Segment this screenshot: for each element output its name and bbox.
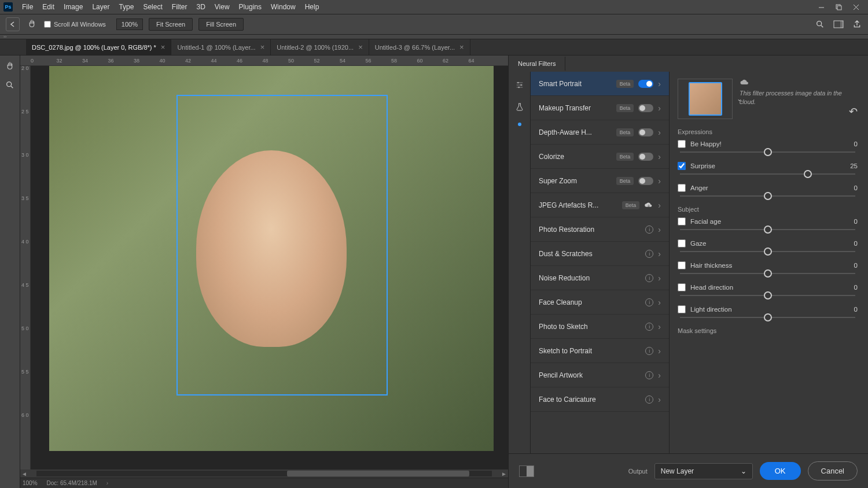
fill-screen-button[interactable]: Fill Screen — [198, 18, 244, 31]
tab-close-icon[interactable]: × — [358, 43, 363, 51]
workspace-icon[interactable] — [833, 19, 844, 29]
tab-close-icon[interactable]: × — [260, 43, 265, 51]
slider-checkbox[interactable] — [678, 261, 686, 269]
document-tab[interactable]: Untitled-2 @ 100% (1920...× — [271, 39, 369, 55]
document-tab[interactable]: DSC_0278.jpg @ 100% (Layer 0, RGB/8*) *× — [26, 39, 171, 55]
slider-checkbox[interactable] — [678, 217, 686, 225]
filter-item[interactable]: Smart PortraitBeta› — [531, 72, 669, 96]
filter-item[interactable]: Pencil Artworki› — [531, 363, 669, 387]
minimize-button[interactable] — [812, 1, 830, 13]
menu-image[interactable]: Image — [59, 1, 87, 13]
info-icon[interactable]: i — [645, 371, 653, 379]
slider-track[interactable] — [680, 273, 855, 274]
reset-icon[interactable]: ↶ — [849, 105, 858, 118]
slider-track[interactable] — [680, 295, 855, 296]
scroll-all-windows-checkbox[interactable]: Scroll All Windows — [44, 21, 106, 28]
menu-help[interactable]: Help — [300, 1, 324, 13]
filter-toggle[interactable] — [638, 104, 653, 112]
hand-tool[interactable] — [2, 59, 17, 74]
slider-checkbox[interactable] — [678, 283, 686, 291]
info-icon[interactable]: i — [645, 274, 653, 282]
slider-thumb[interactable] — [764, 148, 772, 156]
slider-thumb[interactable] — [764, 313, 772, 321]
filter-toggle[interactable] — [638, 177, 653, 185]
menu-window[interactable]: Window — [266, 1, 300, 13]
filter-item[interactable]: Sketch to Portraiti› — [531, 339, 669, 363]
beaker-icon[interactable] — [513, 101, 526, 113]
slider-checkbox[interactable] — [678, 184, 686, 192]
filter-item[interactable]: JPEG Artefacts R...Beta› — [531, 193, 669, 217]
home-back-button[interactable] — [6, 17, 20, 31]
neural-filters-tab[interactable]: Neural Filters — [509, 57, 565, 71]
menu-layer[interactable]: Layer — [87, 1, 114, 13]
filter-item[interactable]: Face Cleanupi› — [531, 290, 669, 315]
horizontal-scrollbar[interactable]: ◄ ► — [20, 469, 508, 478]
slider-track[interactable] — [680, 151, 855, 153]
info-icon[interactable]: i — [645, 298, 653, 306]
slider-track[interactable] — [680, 229, 855, 230]
filter-toggle[interactable] — [638, 80, 653, 88]
close-button[interactable] — [847, 1, 865, 13]
info-icon[interactable]: i — [645, 395, 653, 404]
filter-item[interactable]: ColorizeBeta› — [531, 145, 669, 169]
menu-file[interactable]: File — [17, 1, 38, 13]
info-icon[interactable]: i — [645, 225, 653, 234]
filter-item[interactable]: Photo to Sketchi› — [531, 315, 669, 339]
slider-thumb[interactable] — [804, 170, 812, 178]
zoom-tool[interactable] — [2, 77, 17, 93]
output-select[interactable]: New Layer⌄ — [654, 463, 753, 479]
search-icon[interactable] — [815, 19, 825, 29]
menu-select[interactable]: Select — [138, 1, 167, 13]
cloud-download-icon[interactable] — [644, 202, 653, 209]
expressions-section-label: Expressions — [678, 128, 858, 135]
fit-screen-button[interactable]: Fit Screen — [149, 18, 193, 31]
slider-track[interactable] — [680, 195, 855, 197]
filter-item[interactable]: Noise Reductioni› — [531, 266, 669, 290]
slider-checkbox[interactable] — [678, 305, 686, 313]
slider-checkbox[interactable] — [678, 140, 686, 148]
zoom-select[interactable]: 100% — [116, 19, 143, 30]
filter-toggle[interactable] — [638, 153, 653, 161]
face-selector[interactable]: ⌄ — [678, 79, 733, 119]
tab-close-icon[interactable]: × — [459, 43, 464, 51]
slider-thumb[interactable] — [764, 291, 772, 300]
slider-checkbox[interactable] — [678, 239, 686, 247]
maximize-button[interactable] — [830, 1, 847, 13]
ok-button[interactable]: OK — [760, 462, 801, 480]
filter-item[interactable]: Photo Restorationi› — [531, 217, 669, 242]
filter-item[interactable]: Super ZoomBeta› — [531, 169, 669, 193]
filter-item[interactable]: Face to Caricaturei› — [531, 387, 669, 412]
filter-item[interactable]: Depth-Aware H...Beta› — [531, 120, 669, 145]
slider-thumb[interactable] — [764, 225, 772, 234]
document-tab[interactable]: Untitled-1 @ 100% (Layer...× — [171, 39, 271, 55]
share-icon[interactable] — [852, 19, 862, 29]
cancel-button[interactable]: Cancel — [808, 461, 858, 480]
menu-3d[interactable]: 3D — [192, 1, 209, 13]
filter-item[interactable]: Makeup TransferBeta› — [531, 96, 669, 120]
menu-view[interactable]: View — [210, 1, 234, 13]
canvas[interactable] — [31, 66, 508, 469]
tab-close-icon[interactable]: × — [161, 43, 165, 51]
filter-toggle[interactable] — [638, 128, 653, 136]
menu-filter[interactable]: Filter — [167, 1, 192, 13]
slider-checkbox[interactable] — [678, 162, 686, 170]
options-bar: Scroll All Windows 100% Fit Screen Fill … — [0, 14, 868, 35]
adjustments-icon[interactable] — [513, 79, 526, 91]
menu-type[interactable]: Type — [114, 1, 138, 13]
filter-item[interactable]: Dust & Scratchesi› — [531, 242, 669, 266]
slider-track[interactable] — [680, 251, 855, 252]
info-icon[interactable]: i — [645, 250, 653, 258]
document-tab[interactable]: Untitled-3 @ 66.7% (Layer...× — [369, 39, 470, 55]
slider-thumb[interactable] — [764, 247, 772, 256]
slider-track[interactable] — [680, 317, 855, 318]
slider-thumb[interactable] — [764, 192, 772, 200]
status-zoom[interactable]: 100% — [23, 480, 38, 486]
slider-thumb[interactable] — [764, 269, 772, 278]
preview-toggle[interactable] — [519, 465, 534, 477]
menu-plugins[interactable]: Plugins — [234, 1, 266, 13]
slider-track[interactable] — [680, 173, 855, 175]
menu-edit[interactable]: Edit — [38, 1, 59, 13]
info-icon[interactable]: i — [645, 347, 653, 355]
collapse-bar[interactable]: ›› — [0, 35, 868, 39]
info-icon[interactable]: i — [645, 323, 653, 331]
